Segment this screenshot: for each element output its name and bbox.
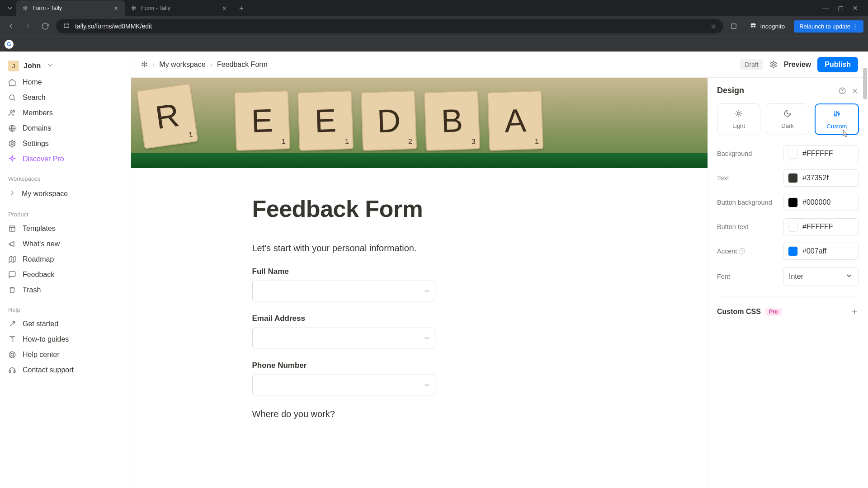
bookmark-star-icon[interactable]: ☆ <box>711 23 717 30</box>
svg-point-14 <box>11 353 14 356</box>
form-canvas[interactable]: R1 E1 E1 D2 B3 A1 Feedback Form Let's st… <box>131 78 708 488</box>
field-label[interactable]: Phone Number <box>252 361 587 370</box>
forward-button[interactable] <box>22 20 34 33</box>
user-avatar: J <box>8 61 19 71</box>
tab-close-icon[interactable]: ✕ <box>112 5 119 12</box>
custom-css-label: Custom CSS <box>717 308 761 316</box>
sidebar-heading-product: Product <box>4 203 127 221</box>
tab-close-icon[interactable]: ✕ <box>221 5 228 12</box>
help-icon[interactable] <box>838 87 846 95</box>
svg-point-9 <box>13 110 15 112</box>
cover-tile: R1 <box>137 83 198 149</box>
site-info-icon[interactable] <box>62 22 71 31</box>
preview-button[interactable]: Preview <box>784 61 811 69</box>
back-button[interactable] <box>5 20 17 33</box>
sidebar-item-domains[interactable]: Domains <box>4 121 127 136</box>
minimize-button[interactable]: — <box>822 5 829 12</box>
new-tab-button[interactable]: ＋ <box>235 2 248 14</box>
scrollbar-thumb[interactable] <box>863 68 867 99</box>
relaunch-button[interactable]: Relaunch to update ⋮ <box>794 20 863 33</box>
sidebar-item-label: Roadmap <box>23 255 54 263</box>
cover-tile: E1 <box>297 90 354 151</box>
search-icon <box>8 94 17 102</box>
field-label[interactable]: Email Address <box>252 314 587 323</box>
pro-badge: Pro <box>765 308 782 316</box>
color-picker-button-bg[interactable]: #000000 <box>783 194 859 211</box>
form-title[interactable]: Feedback Form <box>252 195 587 222</box>
theme-custom[interactable]: Custom <box>815 103 859 135</box>
svg-point-21 <box>834 115 835 116</box>
publish-button[interactable]: Publish <box>817 57 858 72</box>
help-icon[interactable]: ? <box>739 248 745 254</box>
svg-point-2 <box>65 27 66 28</box>
svg-rect-12 <box>9 226 15 231</box>
form-intro[interactable]: Let's start with your personal informati… <box>252 243 587 253</box>
topbar: ✻ › My workspace › Feedback Form Draft P… <box>131 52 868 78</box>
sidebar-item-discover-pro[interactable]: Discover Pro <box>4 152 127 166</box>
sidebar-item-contact-support[interactable]: Contact support <box>4 363 127 377</box>
theme-light[interactable]: Light <box>717 103 760 135</box>
sidebar-item-members[interactable]: Members <box>4 106 127 120</box>
sidebar-item-get-started[interactable]: Get started <box>4 317 127 331</box>
tab-search-dropdown[interactable] <box>4 2 16 14</box>
field-input-email[interactable]: ═ <box>252 328 435 348</box>
theme-dark[interactable]: Dark <box>766 103 809 135</box>
field-label[interactable]: Full Name <box>252 267 587 276</box>
drag-handle-icon[interactable]: ═ <box>425 287 430 295</box>
sidebar-item-whats-new[interactable]: What's new <box>4 237 127 251</box>
cover-tile: E1 <box>234 90 290 151</box>
field-input-phone[interactable]: ═ <box>252 375 435 395</box>
breadcrumb-form[interactable]: Feedback Form <box>217 61 268 69</box>
sidebar-item-label: Help center <box>23 351 60 359</box>
user-menu[interactable]: J John <box>4 58 127 74</box>
browser-tab[interactable]: ✻ Form - Tally ✕ <box>125 0 233 16</box>
chevron-down-icon <box>845 272 853 282</box>
reload-button[interactable] <box>39 20 52 33</box>
cover-tile: D2 <box>361 90 417 151</box>
field-input-fullname[interactable]: ═ <box>252 281 435 301</box>
chevron-down-icon <box>46 61 54 71</box>
color-value: #37352f <box>802 174 829 182</box>
sidebar-item-label: My workspace <box>22 190 68 198</box>
form-settings-button[interactable] <box>769 61 778 69</box>
color-label-accent: Accent ? <box>717 248 778 255</box>
bookmark-google[interactable]: G <box>5 40 14 49</box>
color-picker-accent[interactable]: #007aff <box>783 243 859 260</box>
drag-handle-icon[interactable]: ═ <box>425 381 430 389</box>
browser-tab[interactable]: ✻ Form - Tally ✕ <box>16 0 125 16</box>
cover-image[interactable]: R1 E1 E1 D2 B3 A1 <box>131 78 708 168</box>
incognito-indicator[interactable]: Incognito <box>745 20 789 33</box>
user-name: John <box>24 62 41 70</box>
tally-logo-icon[interactable]: ✻ <box>141 60 148 70</box>
sidebar-item-search[interactable]: Search <box>4 90 127 105</box>
sidebar-item-settings[interactable]: Settings <box>4 136 127 151</box>
close-panel-button[interactable] <box>851 87 859 95</box>
gear-icon <box>8 140 17 148</box>
sidebar-item-help-center[interactable]: Help center <box>4 347 127 362</box>
sidebar-item-home[interactable]: Home <box>4 75 127 89</box>
color-picker-background[interactable]: #FFFFFF <box>783 145 859 162</box>
sidebar-item-label: Get started <box>23 320 58 328</box>
add-custom-css-button[interactable]: ＋ <box>850 305 859 318</box>
form-question[interactable]: Where do you work? <box>252 409 587 419</box>
maximize-button[interactable]: ▢ <box>838 5 844 12</box>
breadcrumb-workspace[interactable]: My workspace <box>159 61 205 69</box>
sidebar-item-workspace[interactable]: My workspace <box>4 186 127 202</box>
color-picker-text[interactable]: #37352f <box>783 169 859 187</box>
font-select[interactable]: Inter <box>783 267 859 286</box>
sidebar-item-trash[interactable]: Trash <box>4 283 127 297</box>
color-value: #FFFFFF <box>802 223 833 231</box>
close-window-button[interactable]: ✕ <box>853 5 858 12</box>
color-picker-button-text[interactable]: #FFFFFF <box>783 218 859 235</box>
sidebar-item-label: Search <box>23 94 46 102</box>
color-label-background: Background <box>717 150 778 157</box>
sidebar-item-templates[interactable]: Templates <box>4 221 127 236</box>
sidebar-item-feedback[interactable]: Feedback <box>4 267 127 282</box>
extensions-icon[interactable] <box>727 20 740 33</box>
url-text: tally.so/forms/wd0MMK/edit <box>75 23 706 30</box>
drag-handle-icon[interactable]: ═ <box>425 334 430 342</box>
cursor-icon <box>842 130 850 138</box>
sidebar-item-roadmap[interactable]: Roadmap <box>4 252 127 267</box>
sidebar-item-howto[interactable]: How-to guides <box>4 332 127 347</box>
address-bar[interactable]: tally.so/forms/wd0MMK/edit ☆ <box>56 19 723 33</box>
